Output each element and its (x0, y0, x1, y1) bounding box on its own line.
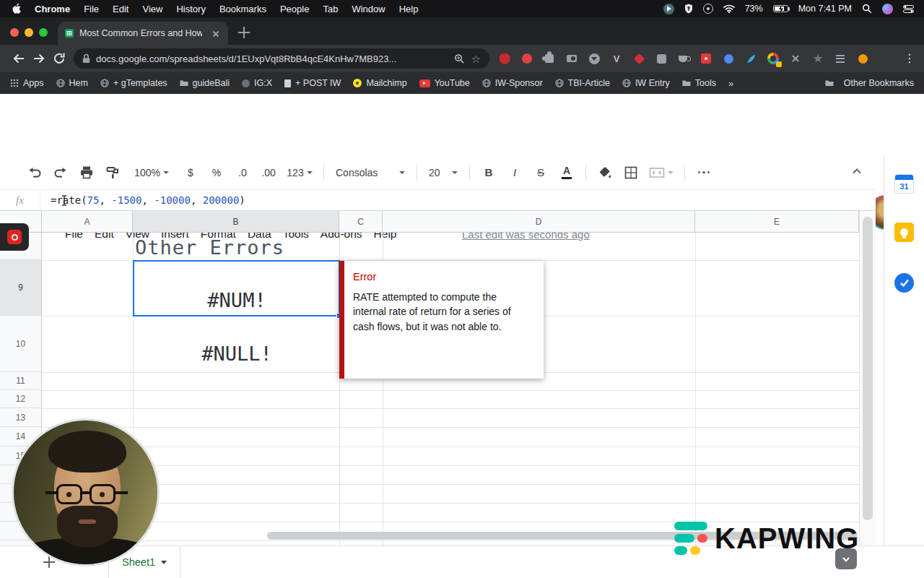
extension-reader-icon[interactable] (834, 52, 847, 65)
column-header-d[interactable]: D (383, 211, 695, 233)
chrome-menu-icon[interactable]: ⋮ (904, 53, 915, 64)
zoom-icon[interactable] (454, 53, 465, 64)
italic-button[interactable]: I (502, 162, 528, 184)
more-toolbar-button[interactable] (691, 162, 717, 184)
merge-cells-button[interactable] (644, 162, 679, 184)
print-button[interactable] (74, 162, 100, 184)
extension-download-icon[interactable] (588, 52, 601, 65)
screen-recorder-indicator[interactable] (0, 223, 29, 251)
new-tab-button[interactable] (238, 27, 250, 38)
row-header-10[interactable]: 10 (0, 316, 42, 372)
row-header-9[interactable]: 9 (0, 260, 42, 316)
calendar-icon[interactable]: 31 (894, 174, 914, 194)
font-select[interactable]: Consolas (330, 162, 411, 184)
format-currency-button[interactable]: $ (178, 162, 204, 184)
extension-icon-v[interactable]: V (610, 52, 623, 65)
tab-close-icon[interactable] (211, 28, 221, 38)
extension-puzzle-icon[interactable] (543, 52, 556, 65)
battery-icon[interactable] (773, 5, 788, 12)
bookmark-tools[interactable]: Tools (682, 78, 716, 88)
column-header-e[interactable]: E (695, 211, 859, 233)
zoom-select[interactable]: 100% (126, 162, 178, 184)
bookmark-mailchimp[interactable]: Mailchimp (353, 78, 406, 88)
bookmark-iw-entry[interactable]: IW Entry (622, 78, 670, 88)
extension-google-icon[interactable] (767, 52, 780, 65)
vertical-scrollbar[interactable] (859, 211, 876, 545)
bookmark-hem[interactable]: Hem (56, 78, 88, 88)
address-bar[interactable]: docs.google.com/spreadsheets/d/1EUxpVqt8… (74, 48, 489, 69)
column-header-b[interactable]: B (133, 211, 339, 233)
spotlight-search-icon[interactable] (862, 4, 872, 14)
menubar-item-history[interactable]: History (176, 4, 205, 14)
extension-icon-2[interactable] (520, 52, 533, 65)
menubar-extra-icon[interactable] (703, 4, 713, 14)
extension-icon-17[interactable] (856, 52, 869, 65)
other-bookmarks[interactable]: Other Bookmarks (825, 78, 914, 88)
increase-decimal-button[interactable]: .00 (256, 162, 282, 184)
paint-format-button[interactable] (100, 162, 126, 184)
bookmark-star-icon[interactable]: ☆ (471, 53, 481, 64)
menubar-item-file[interactable]: File (84, 4, 99, 14)
recorder-status-icon[interactable] (663, 4, 674, 14)
extension-camera-icon[interactable] (565, 52, 578, 65)
extension-icon-adblock-plus[interactable] (498, 52, 511, 65)
format-percent-button[interactable]: % (204, 162, 230, 184)
bookmarks-overflow-icon[interactable]: » (728, 78, 733, 89)
menubar-item-window[interactable]: Window (352, 4, 385, 14)
menubar-app-name[interactable]: Chrome (35, 4, 70, 14)
redo-button[interactable] (48, 162, 74, 184)
bookmark-post-iw[interactable]: + POST IW (284, 78, 341, 88)
bookmark-apps[interactable]: Apps (10, 78, 44, 88)
extension-feather-icon[interactable] (744, 52, 757, 65)
bold-button[interactable]: B (476, 162, 502, 184)
number-format-select[interactable]: 123 (282, 162, 318, 184)
menubar-item-people[interactable]: People (280, 4, 309, 14)
apple-logo-icon[interactable] (12, 3, 21, 14)
browser-tab[interactable]: Most Common Errors and How (58, 22, 228, 45)
menubar-item-view[interactable]: View (142, 4, 162, 14)
bookmark-iw-sponsor[interactable]: IW-Sponsor (482, 78, 543, 88)
menubar-item-bookmarks[interactable]: Bookmarks (219, 4, 266, 14)
forward-button[interactable] (29, 48, 49, 69)
tasks-icon[interactable] (894, 273, 914, 293)
column-header-c[interactable]: C (339, 211, 383, 233)
undo-button[interactable] (22, 162, 48, 184)
borders-button[interactable] (618, 162, 644, 184)
bookmark-igx[interactable]: IG:X (242, 78, 272, 88)
extension-icon-10[interactable] (699, 52, 712, 65)
cell-b10-null-error[interactable]: #NULL! (134, 316, 339, 371)
collapse-toolbar-button[interactable] (851, 165, 863, 180)
control-center-icon[interactable] (903, 5, 914, 13)
extension-scissors-icon[interactable] (789, 52, 802, 65)
fill-color-button[interactable] (592, 162, 618, 184)
font-size-select[interactable]: 20 (423, 162, 463, 184)
extension-icon-8[interactable] (655, 52, 668, 65)
row-header-12[interactable]: 12 (0, 390, 42, 408)
extension-icon-7[interactable] (632, 52, 645, 65)
wifi-icon[interactable] (723, 4, 735, 13)
menubar-item-help[interactable]: Help (399, 4, 419, 14)
row-header-11[interactable]: 11 (0, 372, 42, 390)
extension-star-icon[interactable] (811, 52, 824, 65)
window-minimize-button[interactable] (25, 28, 33, 37)
bookmark-tbi-article[interactable]: TBI-Article (555, 78, 610, 88)
siri-icon[interactable] (882, 4, 893, 14)
floating-scroll-button[interactable] (835, 548, 857, 569)
menubar-item-edit[interactable]: Edit (113, 4, 128, 14)
cell-b8-other-errors[interactable]: Other Errors (135, 236, 284, 259)
extension-cup-icon[interactable] (677, 52, 690, 65)
column-header-a[interactable]: A (42, 211, 133, 233)
vertical-scrollbar-thumb[interactable] (863, 217, 873, 520)
keep-icon[interactable] (894, 223, 914, 242)
sheet-tab-menu-icon[interactable] (161, 561, 167, 564)
shield-icon[interactable] (684, 4, 693, 14)
strikethrough-button[interactable]: S (528, 162, 554, 184)
window-close-button[interactable] (10, 28, 19, 37)
menubar-clock[interactable]: Mon 7:41 PM (798, 4, 852, 14)
decrease-decimal-button[interactable]: .0 (230, 162, 256, 184)
bookmark-gtemplates[interactable]: + gTemplates (100, 78, 167, 88)
formula-input[interactable]: =rate( 75 , -1500 , -10000 , 200000 ) (51, 194, 245, 206)
extension-icon-11[interactable] (722, 52, 735, 65)
row-header-13[interactable]: 13 (0, 408, 42, 427)
bookmark-youtube[interactable]: YouTube (419, 78, 470, 88)
